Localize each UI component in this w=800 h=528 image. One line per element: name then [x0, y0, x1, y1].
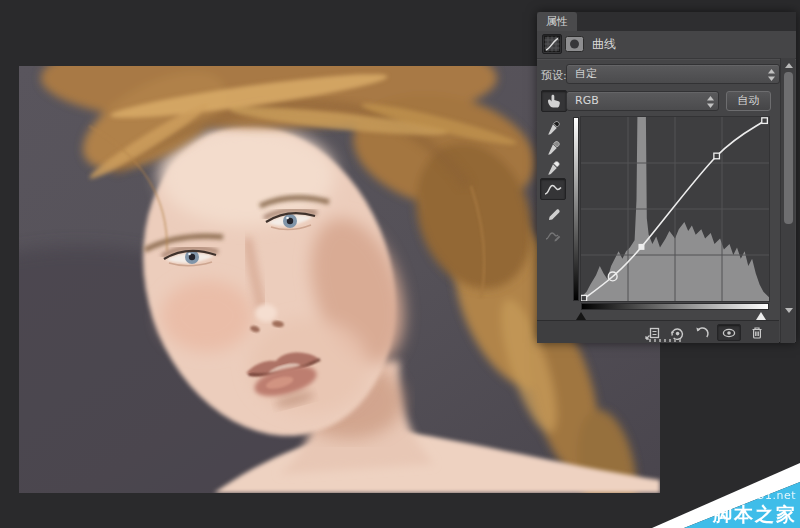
dropdown-stepper-icon [707, 96, 714, 114]
tab-properties[interactable]: 属性 [537, 12, 577, 31]
panel-tab-bar: 属性 [537, 12, 796, 31]
visibility-toggle-button[interactable] [717, 324, 741, 341]
targeted-adjustment-tool[interactable] [541, 90, 567, 112]
highlight-input-slider[interactable] [756, 312, 766, 320]
preset-label: 预设: [541, 68, 567, 83]
black-point-eyedropper[interactable] [542, 118, 564, 136]
panel-scrollbar[interactable] [780, 58, 795, 343]
curve-point[interactable] [581, 295, 587, 301]
curve-point[interactable] [762, 118, 768, 124]
panel-title: 曲线 [592, 36, 616, 53]
scrollbar-thumb[interactable] [784, 72, 793, 224]
watermark-name-text: 脚本之家 [712, 503, 797, 525]
gray-point-eyedropper[interactable] [542, 138, 564, 156]
mask-icon [565, 36, 584, 56]
photoshop-workspace: 属性 曲线 预设: 自定 [0, 0, 800, 528]
curves-panel-body: 曲线 预设: 自定 RGB 自动 [537, 31, 796, 343]
white-point-eyedropper[interactable] [542, 158, 564, 176]
preset-select[interactable]: 自定 [566, 64, 780, 84]
curve-point-selected[interactable] [638, 244, 644, 250]
dropdown-stepper-icon [768, 69, 775, 87]
output-gradient-bar [573, 117, 579, 301]
divider [537, 58, 796, 59]
watermark-site-text: jb51.net [745, 489, 796, 502]
channel-select[interactable]: RGB [566, 91, 719, 111]
input-gradient-bar [581, 303, 769, 310]
smooth-curve-tool[interactable] [542, 226, 564, 244]
reset-button[interactable] [693, 324, 711, 341]
site-watermark: jb51.net 脚本之家 [640, 453, 800, 528]
curve-graph[interactable] [581, 117, 769, 301]
properties-panel: 属性 曲线 预设: 自定 [537, 12, 796, 343]
scroll-down-icon[interactable] [785, 308, 793, 313]
draw-curve-pencil-tool[interactable] [542, 204, 564, 222]
curve-point[interactable] [714, 153, 720, 159]
curves-adjustment-icon [542, 34, 562, 54]
scroll-up-icon[interactable] [785, 63, 793, 68]
preset-value: 自定 [575, 67, 597, 80]
channel-value: RGB [575, 94, 599, 107]
edit-points-curve-tool[interactable] [540, 178, 566, 200]
shadow-input-slider[interactable] [576, 312, 586, 320]
panel-resize-handle[interactable] [649, 339, 681, 342]
delete-adjustment-button[interactable] [748, 324, 766, 341]
auto-button[interactable]: 自动 [726, 91, 771, 111]
